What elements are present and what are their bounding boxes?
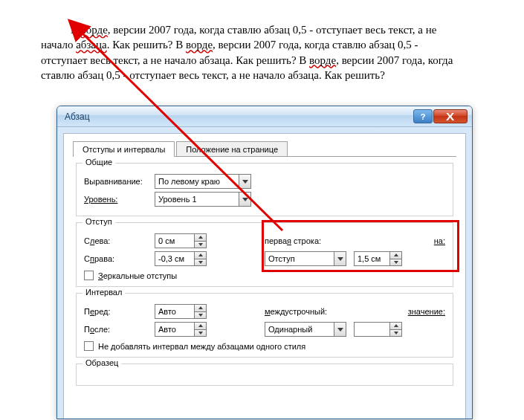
checkbox-icon (84, 271, 94, 280)
titlebar: Абзац ? X (57, 106, 472, 127)
alignment-label: Выравнивание: (84, 177, 155, 186)
question-icon: ? (421, 112, 426, 121)
linespacing-label: междустрочный: (265, 307, 343, 316)
dialog-title: Абзац (65, 112, 413, 122)
dialog-client: Отступы и интервалы Положение на страниц… (63, 133, 466, 419)
group-indent-title: Отступ (83, 217, 115, 226)
group-indent: Отступ Слева: 0 см первая строка: на: (76, 222, 453, 287)
spin-up-icon[interactable] (195, 305, 206, 311)
mirror-label: Зеркальные отступы (98, 271, 177, 280)
before-label: Перед: (84, 307, 155, 316)
spin-down-icon[interactable] (195, 329, 206, 337)
by-label: на: (434, 236, 445, 245)
spin-down-icon[interactable] (195, 241, 206, 248)
sample-title: Образец (83, 358, 121, 367)
level-combo[interactable]: Уровень 1 (155, 192, 251, 207)
linespacing-combo[interactable]: Одинарный (265, 322, 346, 337)
chevron-down-icon (334, 252, 346, 265)
group-sample: Образец (76, 364, 453, 386)
after-label: После: (84, 325, 155, 334)
tab-position[interactable]: Положение на странице (176, 141, 288, 156)
by-spinner[interactable]: 1,5 см (354, 251, 402, 266)
firstline-combo[interactable]: Отступ (265, 251, 346, 266)
firstline-label: первая строка: (265, 236, 343, 245)
checkbox-icon (84, 341, 94, 351)
close-button[interactable]: X (433, 109, 468, 123)
at-label: значение: (408, 307, 445, 316)
at-spinner[interactable] (354, 322, 402, 337)
left-label: Слева: (84, 236, 155, 245)
close-icon: X (446, 111, 454, 123)
spin-up-icon[interactable] (195, 234, 206, 241)
document-text: В ворде, версии 2007 года, когда ставлю … (41, 22, 502, 83)
spin-down-icon[interactable] (195, 259, 206, 266)
after-spinner[interactable]: Авто (155, 322, 207, 337)
mirror-checkbox[interactable]: Зеркальные отступы (84, 271, 445, 280)
chevron-down-icon (239, 175, 250, 188)
spin-up-icon[interactable] (390, 323, 401, 329)
alignment-combo[interactable]: По левому краю (155, 174, 251, 189)
right-label: Справа: (84, 254, 155, 263)
spin-up-icon[interactable] (195, 323, 206, 329)
right-spinner[interactable]: -0,3 см (155, 251, 207, 266)
spin-up-icon[interactable] (390, 252, 401, 259)
left-spinner[interactable]: 0 см (155, 233, 207, 248)
group-spacing-title: Интервал (83, 288, 125, 297)
tab-indents[interactable]: Отступы и интервалы (73, 141, 175, 157)
spin-up-icon[interactable] (195, 252, 206, 259)
group-spacing: Интервал Перед: Авто междустрочный: знач… (76, 293, 453, 358)
spin-down-icon[interactable] (195, 311, 206, 319)
level-label: Уровень: (84, 195, 155, 204)
group-general: Общие Выравнивание: По левому краю Урове… (76, 163, 453, 216)
tabstrip: Отступы и интервалы Положение на страниц… (73, 141, 456, 157)
before-spinner[interactable]: Авто (155, 304, 207, 319)
group-general-title: Общие (83, 158, 115, 167)
nospace-checkbox[interactable]: Не добавлять интервал между абзацами одн… (84, 341, 445, 351)
chevron-down-icon (239, 193, 250, 206)
spin-down-icon[interactable] (390, 329, 401, 337)
help-button[interactable]: ? (413, 109, 433, 123)
chevron-down-icon (334, 323, 346, 336)
nospace-label: Не добавлять интервал между абзацами одн… (98, 342, 305, 351)
spin-down-icon[interactable] (390, 259, 401, 266)
paragraph-dialog: Абзац ? X Отступы и интервалы Положение … (56, 106, 473, 419)
